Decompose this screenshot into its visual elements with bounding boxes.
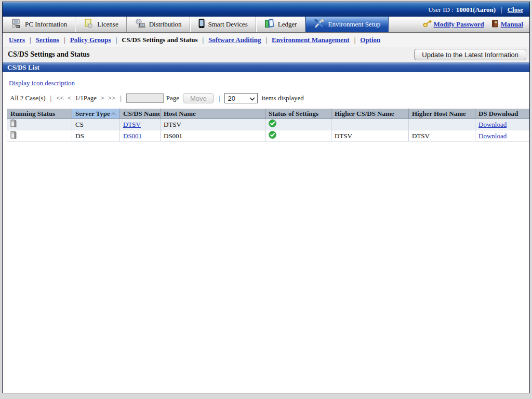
license-icon xyxy=(84,19,94,30)
page-indicator: 1/1Page xyxy=(75,94,97,102)
server-icon xyxy=(10,131,17,141)
tab-ledger[interactable]: Ledger xyxy=(256,17,305,32)
host-name-cell: DTSV xyxy=(161,119,265,130)
smart-devices-icon xyxy=(198,19,205,30)
tab-label: License xyxy=(97,20,118,29)
manual-book-icon xyxy=(491,20,499,30)
csds-name-cell: DS001 xyxy=(120,130,161,142)
manual-link[interactable]: Manual xyxy=(491,20,523,30)
move-button[interactable]: Move xyxy=(183,93,214,103)
col-higher-host-name[interactable]: Higher Host Name xyxy=(409,109,475,119)
tab-distribution[interactable]: Distribution xyxy=(127,17,190,32)
tab-label: Environment Setup xyxy=(328,20,381,29)
tab-label: Smart Devices xyxy=(208,20,248,29)
user-id-label: User ID : xyxy=(428,6,453,14)
update-latest-button[interactable]: Update to the Latest Information xyxy=(414,49,526,60)
server-type-cell: DS xyxy=(72,130,120,142)
subnav-item-csds-settings-current: CS/DS Settings and Status xyxy=(122,36,197,44)
distribution-icon xyxy=(135,19,145,30)
table-header-row: Running Status Server Type CS/DS Name Ho… xyxy=(7,109,530,119)
running-status-cell xyxy=(7,119,72,130)
first-page-control[interactable]: << xyxy=(56,94,64,102)
page-title-row: CS/DS Settings and Status Update to the … xyxy=(3,47,529,62)
next-page-control[interactable]: > xyxy=(100,94,104,102)
section-header-bar: CS/DS List xyxy=(3,62,529,72)
csds-name-cell: DTSV xyxy=(120,119,161,130)
prev-page-control[interactable]: < xyxy=(68,94,71,102)
pagination-separator: | xyxy=(120,94,122,102)
sub-nav: Users | Sections | Policy Groups | CS/DS… xyxy=(3,33,529,47)
items-per-page-value: 20 xyxy=(228,95,235,102)
close-link[interactable]: Close xyxy=(508,6,523,14)
tab-label: PC Information xyxy=(25,20,67,29)
col-host-name[interactable]: Host Name xyxy=(161,109,265,119)
pagination-separator: | xyxy=(219,94,220,102)
col-server-type[interactable]: Server Type xyxy=(72,109,120,119)
running-status-cell xyxy=(7,130,72,142)
higher-csds-name-cell: DTSV xyxy=(331,130,409,142)
subnav-item-option[interactable]: Option xyxy=(360,36,380,44)
host-name-cell: DS001 xyxy=(161,130,265,142)
pc-information-icon xyxy=(11,19,21,30)
subnav-separator: | xyxy=(116,36,117,44)
subnav-item-policy-groups[interactable]: Policy Groups xyxy=(70,36,111,44)
download-link[interactable]: Download xyxy=(478,132,507,140)
col-status-of-settings[interactable]: Status of Settings xyxy=(265,109,331,119)
col-running-status[interactable]: Running Status xyxy=(7,109,72,119)
ds-download-cell: Download xyxy=(475,119,530,130)
tab-smart-devices[interactable]: Smart Devices xyxy=(190,17,256,32)
modify-password-link[interactable]: Modify Password xyxy=(423,20,484,30)
tabbar-actions: Modify Password Manual xyxy=(423,17,529,32)
app-window: User ID : 10001(Aaron) | Close PC Inform… xyxy=(2,2,530,393)
items-displayed-label: items displayed xyxy=(261,94,303,102)
tab-environment-setup[interactable]: Environment Setup xyxy=(305,17,389,32)
subnav-separator: | xyxy=(265,36,267,44)
check-ok-icon xyxy=(269,119,276,129)
topbar-separator: | xyxy=(501,6,502,14)
modify-password-label: Modify Password xyxy=(434,20,484,29)
col-ds-download[interactable]: DS Download xyxy=(475,109,530,119)
content-area: Display icon description All 2 Case(s) |… xyxy=(3,72,529,393)
check-ok-icon xyxy=(269,131,276,141)
environment-setup-icon xyxy=(314,19,325,30)
subnav-item-users[interactable]: Users xyxy=(9,36,25,44)
server-type-cell: CS xyxy=(72,119,120,130)
tab-license[interactable]: License xyxy=(75,17,126,32)
pagination-bar: All 2 Case(s) | << < 1/1Page > >> | Page… xyxy=(10,93,525,103)
higher-csds-name-cell xyxy=(331,119,409,130)
tab-pc-information[interactable]: PC Information xyxy=(3,17,75,32)
page-number-input[interactable] xyxy=(126,94,164,103)
manual-label: Manual xyxy=(501,20,523,29)
page-title: CS/DS Settings and Status xyxy=(8,50,90,59)
main-tab-bar: PC Information License Distribution Smar… xyxy=(3,17,529,33)
csds-list-table: Running Status Server Type CS/DS Name Ho… xyxy=(7,109,529,142)
ledger-icon xyxy=(264,19,274,30)
server-icon xyxy=(10,119,17,129)
subnav-separator: | xyxy=(203,36,204,44)
display-icon-description-link[interactable]: Display icon description xyxy=(9,79,75,87)
chevron-down-icon xyxy=(249,95,255,102)
tab-label: Ledger xyxy=(278,20,297,29)
csds-name-link[interactable]: DS001 xyxy=(123,132,142,140)
tab-label: Distribution xyxy=(149,20,182,29)
pagination-separator: | xyxy=(50,94,52,102)
subnav-separator: | xyxy=(64,36,65,44)
subnav-item-environment-management[interactable]: Environment Management xyxy=(272,36,350,44)
status-of-settings-cell xyxy=(265,119,331,130)
subnav-separator: | xyxy=(354,36,356,44)
ds-download-cell: Download xyxy=(475,130,530,142)
subnav-item-software-auditing[interactable]: Software Auditing xyxy=(208,36,261,44)
col-higher-csds-name[interactable]: Higher CS/DS Name xyxy=(331,109,409,119)
last-page-control[interactable]: >> xyxy=(108,94,115,102)
page-label: Page xyxy=(166,94,179,102)
top-bar: User ID : 10001(Aaron) | Close xyxy=(3,2,529,17)
col-csds-name[interactable]: CS/DS Name xyxy=(120,109,161,119)
download-link[interactable]: Download xyxy=(478,121,507,128)
higher-host-name-cell xyxy=(409,119,475,130)
section-title: CS/DS List xyxy=(7,63,39,72)
window-frame: User ID : 10001(Aaron) | Close PC Inform… xyxy=(0,0,532,399)
subnav-item-sections[interactable]: Sections xyxy=(36,36,60,44)
csds-name-link[interactable]: DTSV xyxy=(123,121,141,128)
higher-host-name-cell: DTSV xyxy=(409,130,475,142)
items-per-page-select[interactable]: 20 xyxy=(224,93,258,103)
